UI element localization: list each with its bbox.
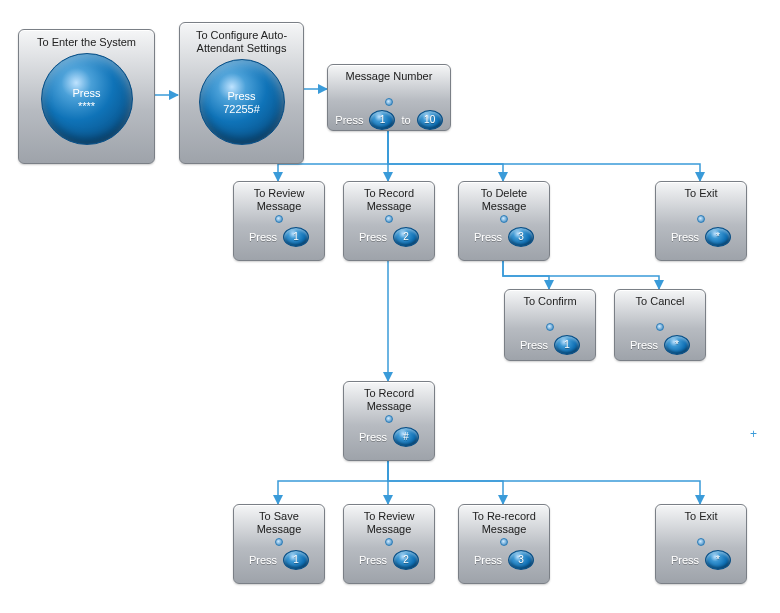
node-title: To Review Message bbox=[234, 182, 324, 215]
press-row: Press 3 bbox=[459, 550, 549, 576]
indicator-dot bbox=[697, 215, 705, 223]
key-icon: 1 bbox=[283, 227, 309, 247]
node-title: Message Number bbox=[328, 65, 450, 98]
press-row: Press * bbox=[656, 227, 746, 253]
range-separator: to bbox=[401, 114, 410, 126]
node-cancel: To Cancel Press * bbox=[614, 289, 706, 361]
press-label: Press bbox=[359, 231, 387, 243]
indicator-dot bbox=[275, 538, 283, 546]
indicator-dot bbox=[385, 98, 393, 106]
key-icon: 2 bbox=[393, 227, 419, 247]
press-label: Press bbox=[335, 114, 363, 126]
node-title: To Enter the System bbox=[19, 30, 154, 51]
press-label: Press bbox=[474, 231, 502, 243]
press-label: Press bbox=[671, 231, 699, 243]
keypad-button: Press 72255# bbox=[199, 59, 285, 145]
press-label: Press bbox=[227, 90, 255, 103]
indicator-dot bbox=[656, 323, 664, 331]
node-title: To Exit bbox=[656, 182, 746, 215]
key-icon: 3 bbox=[508, 550, 534, 570]
key-icon: # bbox=[393, 427, 419, 447]
press-label: Press bbox=[520, 339, 548, 351]
node-exit: To Exit Press * bbox=[655, 181, 747, 261]
press-label: Press bbox=[359, 554, 387, 566]
keypad-button: Press **** bbox=[41, 53, 133, 145]
node-title: To Configure Auto- Attendant Settings bbox=[180, 23, 303, 57]
node-confirm: To Confirm Press 1 bbox=[504, 289, 596, 361]
press-row: Press 2 bbox=[344, 227, 434, 253]
node-save-message: To Save Message Press 1 bbox=[233, 504, 325, 584]
key-icon: 1 bbox=[283, 550, 309, 570]
press-row: Press * bbox=[615, 335, 705, 361]
node-title: To Cancel bbox=[615, 290, 705, 323]
press-row: Press 1 bbox=[234, 227, 324, 253]
node-title: To Re-record Message bbox=[459, 505, 549, 538]
key-to: 10 bbox=[417, 110, 443, 130]
node-title: To Review Message bbox=[344, 505, 434, 538]
indicator-dot bbox=[275, 215, 283, 223]
node-configure-auto-attendant: To Configure Auto- Attendant Settings Pr… bbox=[179, 22, 304, 164]
node-enter-system: To Enter the System Press **** bbox=[18, 29, 155, 164]
press-row: Press 1 bbox=[234, 550, 324, 576]
press-label: Press bbox=[72, 87, 100, 100]
press-label: Press bbox=[359, 431, 387, 443]
node-delete-message: To Delete Message Press 3 bbox=[458, 181, 550, 261]
node-record-message-2: To Record Message Press # bbox=[343, 381, 435, 461]
node-re-record-message: To Re-record Message Press 3 bbox=[458, 504, 550, 584]
press-row: Press 2 bbox=[344, 550, 434, 576]
node-title: To Record Message bbox=[344, 382, 434, 415]
node-message-number: Message Number Press 1 to 10 bbox=[327, 64, 451, 131]
node-review-message-2: To Review Message Press 2 bbox=[343, 504, 435, 584]
node-title: To Exit bbox=[656, 505, 746, 538]
node-record-message: To Record Message Press 2 bbox=[343, 181, 435, 261]
key-icon: * bbox=[705, 550, 731, 570]
press-value: 72255# bbox=[223, 103, 260, 116]
indicator-dot bbox=[697, 538, 705, 546]
press-row: Press 1 bbox=[505, 335, 595, 361]
key-icon: * bbox=[664, 335, 690, 355]
press-label: Press bbox=[671, 554, 699, 566]
key-icon: 2 bbox=[393, 550, 419, 570]
press-value: **** bbox=[78, 100, 95, 113]
indicator-dot bbox=[500, 538, 508, 546]
node-title: To Delete Message bbox=[459, 182, 549, 215]
key-icon: * bbox=[705, 227, 731, 247]
press-row: Press # bbox=[344, 427, 434, 453]
indicator-dot bbox=[500, 215, 508, 223]
press-label: Press bbox=[249, 231, 277, 243]
press-label: Press bbox=[474, 554, 502, 566]
indicator-dot bbox=[385, 215, 393, 223]
press-label: Press bbox=[249, 554, 277, 566]
node-title: To Confirm bbox=[505, 290, 595, 323]
key-icon: 1 bbox=[554, 335, 580, 355]
key-from: 1 bbox=[369, 110, 395, 130]
press-row: Press * bbox=[656, 550, 746, 576]
indicator-dot bbox=[385, 415, 393, 423]
press-label: Press bbox=[630, 339, 658, 351]
diagram-canvas: To Enter the System Press **** To Config… bbox=[0, 0, 780, 613]
node-title: To Save Message bbox=[234, 505, 324, 538]
key-icon: 3 bbox=[508, 227, 534, 247]
node-title: To Record Message bbox=[344, 182, 434, 215]
indicator-dot bbox=[546, 323, 554, 331]
press-row: Press 3 bbox=[459, 227, 549, 253]
node-exit-2: To Exit Press * bbox=[655, 504, 747, 584]
node-review-message: To Review Message Press 1 bbox=[233, 181, 325, 261]
indicator-dot bbox=[385, 538, 393, 546]
press-row: Press 1 to 10 bbox=[328, 110, 450, 136]
plus-icon: + bbox=[750, 427, 757, 441]
